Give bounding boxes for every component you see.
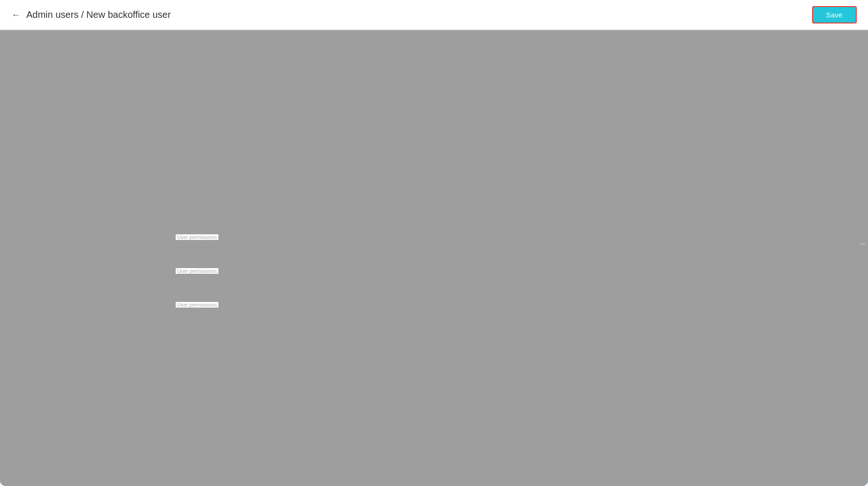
permissions-label-user-management: User permissions [176, 302, 218, 308]
header: ← Admin users / New backoffice user Save [0, 0, 868, 30]
permissions-label-backoffice-management: User permissions [176, 268, 218, 274]
toggle-minus-icon: — [860, 240, 865, 246]
role-row-role-permission-management: — Role & permission management [30, 370, 571, 395]
roles-permissions-card: Roles & Permissions *In order to have th… [15, 188, 586, 417]
back-button[interactable]: ← [11, 9, 21, 20]
header-left: ← Admin users / New backoffice user [11, 9, 171, 20]
permissions-label-sales-management: User permissions [176, 234, 218, 240]
page-title: Admin users / New backoffice user [26, 9, 171, 20]
save-button[interactable]: Save [812, 6, 857, 23]
layout: First name Middle name Last name Email [0, 30, 868, 486]
main-content: First name Middle name Last name Email [0, 30, 601, 486]
